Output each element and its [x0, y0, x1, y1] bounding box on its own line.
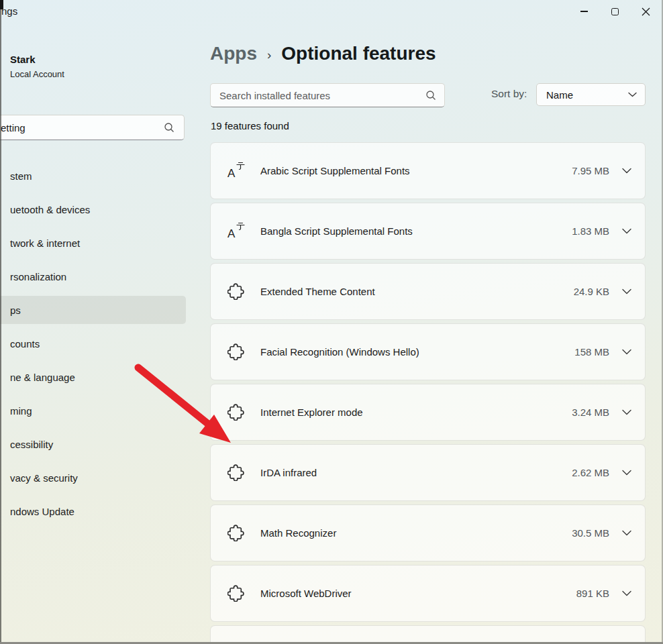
- chevron-down-icon: [628, 92, 637, 97]
- screen-corner-fragment: [0, 0, 3, 9]
- sort-by-label: Sort by:: [491, 88, 527, 100]
- user-name: Stark: [10, 54, 36, 65]
- sidebar-nav: stem uetooth & devices twork & internet …: [0, 159, 195, 528]
- feature-row[interactable]: A Microsoft WebDriver 891 KB: [210, 565, 646, 622]
- expand-button[interactable]: [622, 530, 631, 536]
- sidebar-item-label: vacy & security: [10, 472, 78, 484]
- expand-button[interactable]: [622, 349, 631, 355]
- chevron-down-icon: [622, 288, 631, 294]
- feature-size: 30.5 MB: [572, 527, 609, 539]
- font-icon: A: [227, 222, 245, 240]
- feature-row[interactable]: A Arabic Script Supplemental Fonts 7.95 …: [210, 142, 646, 199]
- font-icon: A: [227, 162, 245, 180]
- sidebar-item-0[interactable]: stem: [0, 159, 195, 193]
- feature-size: 891 KB: [576, 588, 609, 599]
- sort-dropdown[interactable]: Name: [536, 83, 646, 106]
- sidebar-item-3[interactable]: rsonalization: [0, 260, 195, 293]
- feature-row[interactable]: A Bangla Script Supplemental Fonts 1.83 …: [210, 203, 646, 260]
- chevron-down-icon: [622, 168, 631, 174]
- feature-search-input[interactable]: Search installed features: [210, 83, 445, 107]
- search-icon: [425, 90, 436, 101]
- sidebar-item-label: cessibility: [10, 439, 53, 450]
- sidebar-item-label: twork & internet: [10, 237, 80, 249]
- sidebar-item-9[interactable]: vacy & security: [0, 461, 195, 494]
- sidebar-item-7[interactable]: ming: [0, 394, 195, 427]
- page-title: Optional features: [281, 43, 436, 64]
- sidebar-item-label: ming: [10, 405, 32, 417]
- puzzle-icon: [227, 464, 244, 481]
- sidebar-item-2[interactable]: twork & internet: [0, 226, 195, 260]
- expand-button[interactable]: [622, 470, 631, 476]
- feature-size: 7.95 MB: [572, 165, 609, 176]
- minimize-icon: [580, 11, 588, 11]
- feature-name: Facial Recognition (Windows Hello): [260, 346, 574, 358]
- sidebar-item-label: ps: [10, 305, 21, 316]
- breadcrumb: Apps › Optional features: [210, 43, 436, 64]
- sidebar-item-8[interactable]: cessibility: [0, 427, 195, 461]
- sidebar-item-label: uetooth & devices: [10, 204, 90, 215]
- sidebar-item-label: ndows Update: [10, 506, 74, 517]
- sidebar-item-label: stem: [10, 170, 32, 182]
- feature-row[interactable]: A IrDA infrared 2.62 MB: [210, 444, 646, 501]
- sort-dropdown-value: Name: [546, 89, 628, 101]
- close-button[interactable]: [630, 0, 661, 23]
- feature-name: Bangla Script Supplemental Fonts: [260, 225, 572, 237]
- feature-size: 2.62 MB: [572, 467, 609, 478]
- sidebar-item-label: counts: [10, 338, 40, 350]
- chevron-down-icon: [622, 228, 631, 234]
- close-icon: [642, 7, 650, 16]
- sidebar-search-input[interactable]: etting: [0, 115, 185, 140]
- feature-row[interactable]: A Facial Recognition (Windows Hello) 158…: [210, 323, 646, 380]
- expand-button[interactable]: [622, 590, 631, 596]
- window-border-left: [0, 9, 1, 644]
- user-account-type: Local Account: [10, 69, 64, 79]
- feature-row[interactable]: A Internet Explorer mode 3.24 MB: [210, 384, 646, 441]
- search-icon: [164, 122, 174, 133]
- expand-button[interactable]: [622, 168, 631, 174]
- sidebar-item-label: ne & language: [10, 372, 75, 383]
- chevron-down-icon: [622, 470, 631, 476]
- feature-row-partial[interactable]: A: [210, 625, 646, 644]
- feature-name: Internet Explorer mode: [260, 407, 572, 418]
- chevron-down-icon: [622, 590, 631, 596]
- chevron-down-icon: [622, 530, 631, 536]
- feature-name: Microsoft WebDriver: [260, 588, 576, 599]
- breadcrumb-separator-icon: ›: [267, 46, 271, 62]
- minimize-button[interactable]: [568, 0, 599, 23]
- caption-buttons: [568, 0, 661, 23]
- puzzle-icon: [227, 404, 244, 421]
- feature-name: Arabic Script Supplemental Fonts: [260, 165, 572, 176]
- puzzle-icon: [227, 343, 244, 360]
- expand-button[interactable]: [622, 228, 631, 234]
- feature-size: 158 MB: [574, 346, 609, 358]
- results-count: 19 features found: [211, 120, 289, 131]
- feature-name: Extended Theme Content: [260, 286, 574, 297]
- sidebar-item-label: rsonalization: [10, 271, 66, 282]
- feature-row[interactable]: A Math Recognizer 30.5 MB: [210, 504, 646, 561]
- chevron-down-icon: [622, 349, 631, 355]
- feature-search-placeholder: Search installed features: [219, 90, 425, 101]
- sidebar-item-6[interactable]: ne & language: [0, 360, 195, 394]
- sidebar-item-1[interactable]: uetooth & devices: [0, 193, 195, 226]
- sidebar-item-10[interactable]: ndows Update: [0, 494, 195, 528]
- puzzle-icon: [227, 525, 244, 541]
- feature-size: 3.24 MB: [572, 407, 609, 418]
- puzzle-icon: [227, 283, 244, 300]
- feature-row[interactable]: A Extended Theme Content 24.9 KB: [210, 263, 646, 320]
- settings-window: ngs Stark Local Account etting stem ueto…: [0, 0, 663, 644]
- breadcrumb-apps[interactable]: Apps: [210, 43, 257, 64]
- sidebar-item-5[interactable]: counts: [0, 327, 195, 360]
- feature-size: 1.83 MB: [572, 225, 609, 237]
- chevron-down-icon: [622, 409, 631, 415]
- sidebar-search-text: etting: [1, 122, 164, 133]
- feature-name: Math Recognizer: [260, 527, 572, 539]
- expand-button[interactable]: [622, 288, 631, 294]
- puzzle-icon: [227, 585, 244, 602]
- maximize-button[interactable]: [599, 0, 630, 23]
- window-title-fragment: ngs: [1, 5, 17, 17]
- feature-name: IrDA infrared: [260, 467, 572, 478]
- expand-button[interactable]: [622, 409, 631, 415]
- maximize-icon: [611, 8, 619, 15]
- sidebar-item-4[interactable]: ps: [0, 293, 195, 327]
- feature-list: A Arabic Script Supplemental Fonts 7.95 …: [210, 142, 646, 644]
